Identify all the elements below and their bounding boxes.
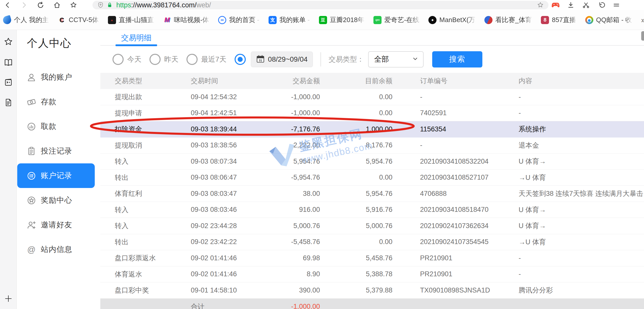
bookmark-item[interactable]: QQ邮箱 - 收 bbox=[585, 15, 632, 24]
radio-last-7-days[interactable]: 最近7天 bbox=[186, 54, 226, 65]
radio-label: 最近7天 bbox=[201, 55, 226, 64]
cell-order: 202109024107354545 bbox=[392, 238, 519, 246]
radio-circle[interactable] bbox=[112, 54, 124, 65]
bookmark-item[interactable]: ∞我的首页 - bbox=[218, 15, 259, 24]
radio-yesterday[interactable]: 昨天 bbox=[149, 54, 178, 65]
reading-list-icon[interactable] bbox=[3, 57, 14, 68]
col-content: 内容 bbox=[519, 76, 644, 85]
radio-custom-range[interactable] bbox=[235, 54, 246, 65]
bookmarks-overflow-chevron[interactable]: » bbox=[641, 16, 644, 24]
sidebar-item-withdraw[interactable]: 取款 bbox=[17, 114, 100, 139]
table-footer: 合计 -1,000.00 bbox=[100, 299, 644, 309]
cell-time: 09-04 12:42:51 bbox=[191, 109, 257, 117]
radio-circle-selected[interactable] bbox=[235, 54, 246, 65]
at-icon: @ bbox=[26, 244, 37, 255]
radio-circle[interactable] bbox=[186, 54, 198, 65]
bookmark-item[interactable]: ◆ManBetX(万 bbox=[428, 15, 475, 24]
cell-content: →U 体育 bbox=[519, 173, 644, 182]
toolbar-extensions bbox=[548, 1, 631, 9]
sidebar-item-deposit[interactable]: 存款 bbox=[17, 90, 100, 114]
undo-icon[interactable] bbox=[597, 1, 605, 9]
radio-today[interactable]: 今天 bbox=[112, 54, 141, 65]
bookmark-item[interactable]: 8857直播 bbox=[541, 15, 576, 24]
cell-type: 提现取消 bbox=[115, 141, 191, 150]
cell-order: 202109034108527107 bbox=[392, 174, 519, 181]
sidebar-item-label: 奖励中心 bbox=[41, 195, 72, 205]
back-icon[interactable] bbox=[4, 1, 12, 9]
home-icon[interactable] bbox=[53, 1, 61, 9]
cell-type: 提现出款 bbox=[115, 92, 191, 101]
tab-transaction-details[interactable]: 交易明细 bbox=[116, 30, 157, 46]
game-center-icon[interactable] bbox=[552, 1, 560, 9]
table-row: 体育红利 09-03 08:03:47 38.00 5,954.76 47068… bbox=[100, 186, 644, 202]
table-row: 转入 09-03 08:03:46 916.00 5,916.76 202109… bbox=[100, 202, 644, 218]
bookmark-label: QQ邮箱 - 收 bbox=[596, 15, 632, 24]
sidebar-item-my-account[interactable]: 我的账户 bbox=[17, 65, 100, 90]
total-amount: -1,000.00 bbox=[257, 303, 320, 309]
cell-order: 202109024107362634 bbox=[392, 222, 519, 230]
bookmark-item[interactable]: 支我的账单 - bbox=[269, 15, 310, 24]
bookmark-item[interactable]: 个人 我的主 bbox=[3, 15, 49, 24]
sidebar-nav: 我的账户 存款 取款 投注记录 账户记录 bbox=[17, 65, 100, 262]
sidebar-item-site-messages[interactable]: @ 站内信息 bbox=[17, 237, 100, 262]
bookmark-label: 个人 我的主 bbox=[14, 15, 49, 24]
snapshot-tool-icon[interactable] bbox=[3, 77, 13, 87]
cell-balance: 0.00 bbox=[320, 93, 392, 101]
notes-icon[interactable] bbox=[4, 98, 13, 107]
sidebar-item-rewards[interactable]: 奖励中心 bbox=[17, 188, 100, 213]
sidebar-item-label: 账户记录 bbox=[41, 170, 72, 181]
bookmark-item[interactable]: CCCTV-5体 bbox=[58, 15, 99, 24]
tab-bar: 交易明细 bbox=[100, 30, 644, 46]
table-row: 盘口彩中奖 09-01 14:58:10 390.00 5,379.88 TX0… bbox=[100, 282, 644, 299]
cell-time: 09-03 08:03:47 bbox=[191, 190, 257, 198]
col-amount: 交易金额 bbox=[257, 76, 320, 85]
menu-icon[interactable] bbox=[612, 1, 620, 9]
sidebar-item-account-records[interactable]: 账户记录 bbox=[17, 163, 95, 188]
sidebar-item-invite-friends[interactable]: 邀请好友 bbox=[17, 213, 100, 237]
filter-bar: 今天 昨天 最近7天 31 08/29~09/04 交易类型： 全部 搜索 bbox=[100, 46, 644, 73]
cell-type: 盘口彩票返水 bbox=[115, 253, 191, 263]
radio-circle[interactable] bbox=[149, 54, 161, 65]
svg-text:@: @ bbox=[27, 245, 35, 254]
favorites-star-icon[interactable] bbox=[69, 1, 78, 9]
cell-content: 系统操作 bbox=[519, 125, 644, 134]
bookmark-favicon bbox=[585, 16, 593, 24]
table-row: 体育返水 09-02 01:41:46 8.90 5,388.78 PR2109… bbox=[100, 266, 644, 283]
cell-time: 09-03 18:38:56 bbox=[191, 141, 257, 149]
shield-plus-icon[interactable] bbox=[97, 1, 105, 9]
bookmark-item[interactable]: ▲直播-山猫直 bbox=[108, 15, 154, 24]
cell-balance: 0.00 bbox=[320, 174, 392, 181]
sidebar-item-bet-records[interactable]: 投注记录 bbox=[17, 139, 100, 163]
bookmark-favicon: ◆ bbox=[428, 16, 437, 24]
forward-icon[interactable] bbox=[20, 1, 28, 9]
bookmark-item[interactable]: 看比赛_体育 bbox=[484, 15, 532, 24]
address-bar[interactable]: https://www.3981764.com/web/ bbox=[92, 1, 548, 9]
browser-side-strip bbox=[0, 30, 17, 309]
cell-content: 天天签到38 连续7天惊喜 连续满月大暴击 bbox=[519, 189, 644, 198]
favorites-panel-icon[interactable] bbox=[3, 37, 13, 47]
cell-content: U 体育→ bbox=[519, 221, 644, 230]
cell-balance: 5,379.88 bbox=[320, 286, 392, 294]
reload-icon[interactable] bbox=[36, 1, 45, 9]
bookmark-label: 看比赛_体育 bbox=[495, 15, 532, 24]
add-icon[interactable] bbox=[4, 294, 13, 303]
date-range-picker[interactable]: 31 08/29~09/04 bbox=[251, 52, 313, 67]
cell-amount: -7,176.76 bbox=[257, 125, 320, 133]
bookmark-page-star-icon[interactable] bbox=[536, 1, 544, 9]
scrollbar-thumb[interactable] bbox=[641, 31, 644, 41]
transaction-type-select[interactable]: 全部 bbox=[368, 51, 424, 67]
cell-type: 转入 bbox=[115, 157, 191, 166]
bookmark-label: 857直播 bbox=[552, 15, 576, 24]
bookmark-item[interactable]: M咪咕视频-体 bbox=[163, 15, 209, 24]
scissors-icon[interactable] bbox=[582, 1, 590, 9]
cell-amount: -1,000.00 bbox=[257, 93, 320, 101]
bookmark-item[interactable]: 豆豆瓣2018年 bbox=[319, 15, 364, 24]
bookmark-item[interactable]: QIYI爱奇艺-在线 bbox=[373, 15, 420, 24]
sidebar-item-label: 存款 bbox=[41, 97, 56, 107]
cell-time: 09-03 18:39:44 bbox=[191, 125, 257, 133]
cell-order: - bbox=[392, 141, 519, 149]
divider bbox=[320, 52, 321, 66]
search-button[interactable]: 搜索 bbox=[432, 51, 482, 67]
download-icon[interactable] bbox=[567, 1, 575, 9]
cell-type: 转入 bbox=[115, 221, 191, 230]
